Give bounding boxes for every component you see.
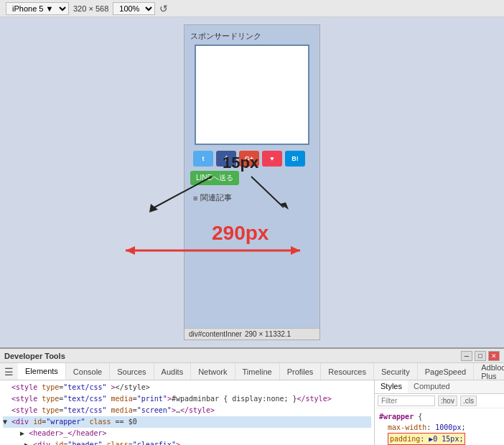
filter-hov[interactable]: :hov	[438, 395, 457, 406]
svg-marker-5	[126, 246, 135, 255]
code-line-3: <style type="text/css" media="screen">…<…	[3, 405, 371, 416]
css-rule-block: #wrapper { max-width: 1000px; padding: ▶…	[375, 408, 504, 445]
devtools: Developer Tools ─ □ ✕ ☰ Elements Console…	[0, 347, 504, 445]
css-highlighted-rule: padding: ▶0 15px;	[388, 433, 465, 445]
tab-audits[interactable]: Audits	[154, 363, 192, 380]
filter-cls[interactable]: .cls	[460, 395, 477, 406]
tab-security[interactable]: Security	[374, 363, 418, 380]
devtools-title: Developer Tools	[4, 352, 65, 360]
tab-pagespeed[interactable]: PageSpeed	[418, 363, 475, 380]
tab-profiles[interactable]: Profiles	[280, 363, 322, 380]
top-toolbar: iPhone 5 ▼ 320 × 568 100% ↺	[0, 0, 504, 17]
svg-marker-1	[149, 204, 158, 212]
device-select[interactable]: iPhone 5 ▼	[6, 2, 69, 15]
code-line-header-div[interactable]: ▶ <div id="header" class="clearfix">	[3, 439, 371, 445]
filter-row: :hov .cls	[375, 394, 504, 408]
line-button[interactable]: LINEへ送る	[190, 171, 239, 185]
styles-panel: Styles Computed :hov .cls #wrapper { max…	[375, 380, 504, 445]
related-icon: ≡	[193, 194, 197, 202]
devtools-icon[interactable]: ☰	[0, 366, 18, 378]
dimensions-info: 290 × 11332.1	[245, 330, 291, 338]
tab-styles[interactable]: Styles	[375, 380, 408, 393]
twitter-btn[interactable]: t	[193, 151, 213, 167]
ad-box	[195, 44, 309, 145]
tab-sources[interactable]: Sources	[110, 363, 154, 380]
hatena-btn[interactable]: B!	[285, 151, 305, 167]
code-line-header[interactable]: ▶ <header>_</header>	[3, 428, 371, 439]
devtools-titlebar: Developer Tools ─ □ ✕	[0, 349, 504, 363]
social-buttons: t f G+ ♥ B!	[190, 151, 314, 167]
tab-elements[interactable]: Elements	[18, 363, 66, 380]
tab-timeline[interactable]: Timeline	[235, 363, 280, 380]
dimension-display: 320 × 568	[73, 4, 108, 13]
tab-console[interactable]: Console	[66, 363, 110, 380]
related-label: 関連記事	[200, 192, 232, 203]
filter-input[interactable]	[378, 395, 435, 406]
devtools-minimize-btn[interactable]: ─	[461, 351, 472, 361]
related-section: ≡ 関連記事	[190, 189, 314, 206]
css-selector: #wrapper	[379, 413, 414, 421]
facebook-btn[interactable]: f	[216, 151, 236, 167]
devtools-body: <style type="text/css" ></style> <style …	[0, 380, 504, 445]
code-line-2: <style type="text/css" media="print">#wp…	[3, 393, 371, 405]
devtools-controls: ─ □ ✕	[461, 351, 500, 361]
styles-tabs: Styles Computed	[375, 380, 504, 394]
mobile-frame: スポンサードリンク t f G+ ♥ B! LINEへ送る ≡ 関連記事 div…	[184, 24, 320, 340]
pocket-btn[interactable]: ♥	[262, 151, 282, 167]
devtools-tabs: ☰ Elements Console Sources Audits Networ…	[0, 363, 504, 380]
code-line-1: <style type="text/css" ></style>	[3, 382, 371, 393]
devtools-maximize-btn[interactable]: □	[475, 351, 486, 361]
tab-computed[interactable]: Computed	[408, 380, 456, 393]
tab-network[interactable]: Network	[191, 363, 235, 380]
status-bar: div#contentInner 290 × 11332.1	[185, 328, 319, 339]
code-line-wrapper[interactable]: ▼ <div id="wrapper" class == $0	[3, 416, 371, 428]
css-val-maxwidth: 1000px	[435, 423, 461, 431]
browser-viewport: スポンサードリンク t f G+ ♥ B! LINEへ送る ≡ 関連記事 div…	[0, 17, 504, 347]
tab-resources[interactable]: Resources	[321, 363, 374, 380]
sponsor-label: スポンサードリンク	[190, 31, 314, 42]
rotate-icon[interactable]: ↺	[159, 3, 168, 14]
zoom-select[interactable]: 100%	[113, 2, 155, 15]
devtools-close-btn[interactable]: ✕	[488, 351, 500, 361]
gplus-btn[interactable]: G+	[239, 151, 259, 167]
elements-panel: <style type="text/css" ></style> <style …	[0, 380, 375, 445]
css-prop-maxwidth: max-width	[388, 423, 426, 431]
tab-adblock[interactable]: Adblock Plus	[474, 363, 504, 380]
element-info: div#contentInner	[189, 330, 242, 338]
